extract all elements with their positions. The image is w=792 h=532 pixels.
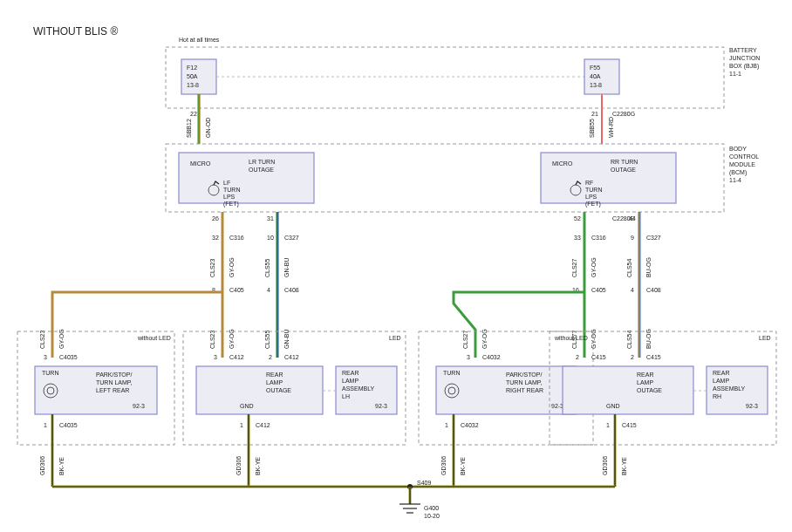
lbl-gy-og-3: GY-OG (229, 329, 235, 349)
conn-c4032-b: C4032 (461, 422, 479, 428)
pin-c316-32: 32 (212, 235, 219, 241)
lbl-gd306-1: GD306 (39, 456, 45, 475)
assy-rh-t3: ASSEMBLY (713, 385, 746, 392)
rear-lo-l-gnd: GND (240, 403, 254, 409)
lbl-bk-ye-1: BK-YE (58, 457, 65, 475)
lbl-gd306-3: GD306 (440, 456, 447, 475)
lamp-rr-turn: TURN (443, 370, 460, 376)
lbl-gn-bu-1: GN-BU (283, 257, 290, 277)
conn-c412-tl: C412 (229, 354, 244, 360)
rear-lo-r-box (563, 366, 693, 414)
bcm-micro-l: MICRO (190, 160, 211, 167)
bcm-micro-r: MICRO (552, 160, 573, 167)
conn-c412-tr: C412 (284, 354, 299, 360)
bcm-title3: MODULE (729, 161, 755, 167)
lbl-cls54-2: CLS54 (626, 330, 632, 349)
pin-c415-2r: 2 (631, 354, 634, 360)
conn-c327-l: C327 (284, 235, 299, 241)
bjb-title4: 11-1 (729, 71, 741, 77)
lbl-bk-ye-2: BK-YE (255, 457, 261, 475)
assy-rh-t1: REAR (713, 370, 729, 376)
conn-c415-tl: C415 (591, 354, 606, 360)
lamp-lr-t1: PARK/STOP/ (96, 372, 132, 378)
lbl-cls27-1: CLS27 (571, 258, 577, 277)
lbl-cls27-2: CLS27 (462, 330, 468, 349)
bcm-title4: (BCM) (729, 169, 747, 176)
rear-lo-l-t3: OUTAGE (266, 387, 291, 393)
lamp-rr-t2: TURN LAMP, (506, 379, 543, 385)
pin-c4032-3: 3 (467, 354, 470, 360)
conn-c405-l: C405 (229, 287, 244, 293)
lbl-cls55-1: CLS55 (264, 258, 270, 277)
conn-c408-l: C408 (284, 287, 299, 293)
conn-c405-r: C405 (591, 287, 606, 293)
lamp-rr-t3: RIGHT REAR (506, 387, 543, 393)
rear-lo-r-t1: REAR (637, 372, 653, 378)
fuse-f55-name: F55 (590, 65, 600, 71)
bcm-title2: CONTROL (729, 153, 759, 160)
lbl-without-led-r: without LED (554, 335, 588, 341)
conn-c316-r: C316 (591, 235, 606, 241)
lamp-rr-t1: PARK/STOP/ (506, 372, 542, 378)
lbl-g400: G400 (424, 505, 439, 511)
rear-lo-r-t2: LAMP (637, 379, 653, 385)
rear-lo-l-t1: REAR (266, 372, 283, 378)
pin-c4035-1: 1 (44, 422, 47, 428)
lbl-sbb55: SBB55 (589, 119, 595, 138)
pin-bcm-52: 52 (574, 215, 581, 222)
pin-bcm-26: 26 (212, 215, 219, 222)
conn-c4032-t: C4032 (482, 354, 501, 360)
lbl-cls54-1: CLS54 (626, 258, 632, 277)
lbl-wh-rd: WH-RD (608, 117, 614, 138)
assy-lh-t4: LH (342, 393, 350, 399)
assy-rh-t4: RH (713, 393, 721, 399)
lbl-bu-og-1: BU-OG (645, 257, 652, 277)
pin-c412-1: 1 (240, 422, 243, 428)
pin-c415-1: 1 (606, 422, 610, 428)
assy-rh-t2: LAMP (713, 378, 729, 384)
assy-rh-ref: 92-3 (746, 403, 758, 409)
lbl-cls55-2: CLS55 (264, 330, 270, 349)
lbl-without-led-l: without LED (137, 335, 171, 341)
lbl-cls23-2: CLS23 (39, 330, 45, 349)
bjb-title2: JUNCTION (729, 55, 760, 61)
pin-c408-4l: 4 (267, 287, 270, 293)
lbl-bk-ye-4: BK-YE (621, 457, 627, 475)
lbl-led-r: LED (759, 335, 771, 341)
conn-c415-tr: C415 (646, 354, 661, 360)
conn-c412-b: C412 (256, 422, 270, 428)
rear-lo-l-box (196, 366, 323, 414)
fuse-f12-ref: 13-8 (187, 82, 199, 88)
lbl-gn-od: GN-OD (205, 118, 211, 138)
wiring-diagram: WITHOUT BLIS ® Hot at all times BATTERY … (0, 0, 792, 532)
lbl-bk-ye-3: BK-YE (460, 457, 466, 475)
lbl-gy-og-1: GY-OG (229, 257, 235, 277)
conn-c316-l: C316 (229, 235, 244, 241)
lamp-lr-turn: TURN (42, 370, 58, 376)
wire-cls27-h (454, 292, 584, 358)
bcm-title1: BODY (729, 146, 747, 152)
rear-lo-l-t2: LAMP (266, 379, 283, 385)
fuse-f12-name: F12 (187, 65, 197, 71)
assy-lh-t2: LAMP (342, 378, 358, 384)
lamp-rr-ref: 92-3 (551, 403, 563, 409)
lbl-gy-og-6: GY-OG (591, 329, 597, 349)
conn-c4035-b: C4035 (59, 422, 78, 428)
fuse-f55-amps: 40A (590, 73, 601, 79)
pin-c412-3: 3 (214, 354, 217, 360)
lbl-s409: S409 (417, 480, 431, 486)
conn-c2280g: C2280G (612, 111, 635, 117)
pin-c412-2: 2 (269, 354, 272, 360)
pin-c4032-1: 1 (445, 422, 448, 428)
bjb-dashed-box (166, 47, 724, 108)
pin-c408-4r: 4 (631, 287, 634, 293)
assy-lh-t3: ASSEMBLY (342, 385, 375, 392)
lbl-gd306-4: GD306 (602, 456, 608, 475)
lbl-gy-og-4: GY-OG (591, 257, 597, 277)
pin-bcm-44: 44 (629, 215, 636, 222)
lamp-lr-t2: TURN LAMP, (96, 379, 133, 385)
bjb-title1: BATTERY (729, 47, 757, 53)
lamp-lr-t3: LEFT REAR (96, 387, 129, 393)
hot-label: Hot at all times (179, 37, 220, 43)
lamp-lr-ref: 92-3 (133, 403, 145, 409)
